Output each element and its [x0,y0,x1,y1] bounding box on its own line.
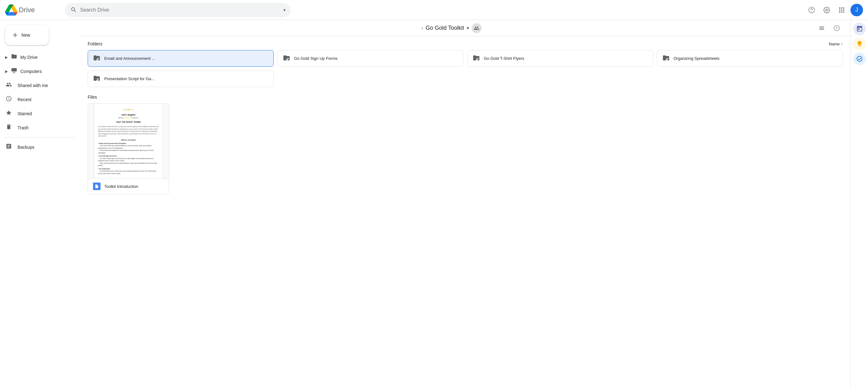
search-bar[interactable]: ▾ [65,3,290,17]
folder-item-signup[interactable]: Go Gold Sign Up Forms [277,50,463,67]
shared-avatar-icon[interactable] [472,23,482,33]
svg-rect-7 [843,9,844,11]
folder-grid: Email and Announcement ... Go Gold Sign … [88,50,843,87]
svg-rect-9 [841,11,842,12]
folder-name: Go Gold T-Shirt Flyers [484,56,524,61]
sort-direction-icon: ↑ [841,42,843,46]
files-label: Files [88,95,97,100]
sidebar-item-recent[interactable]: Recent [0,92,75,106]
calendar-panel-button[interactable] [853,23,866,35]
shared-with-me-icon [5,82,12,89]
file-preview-image: cal's angels Wishes Awareness Research Y… [88,104,169,179]
drive-logo-icon [5,4,18,16]
search-input[interactable] [80,7,280,13]
sidebar-item-label: Recent [18,97,70,102]
folder-name: Go Gold Sign Up Forms [294,56,338,61]
folder-name: Email and Announcement ... [104,56,155,61]
svg-rect-4 [843,7,844,8]
svg-rect-8 [839,11,840,12]
plus-icon: + [12,30,18,40]
files-section-header: Files [88,95,843,100]
info-button[interactable] [830,22,843,34]
settings-button[interactable] [820,4,833,16]
folder-item-tshirt[interactable]: Go Gold T-Shirt Flyers [467,50,653,67]
content-wrapper: › Go Gold Toolkit ▾ Folders [80,20,850,387]
file-preview-toolkit[interactable]: cal's angels Wishes Awareness Research Y… [88,103,169,194]
sidebar-item-label: My Drive [20,55,70,60]
right-panel [850,20,868,387]
recent-icon [5,96,12,103]
computers-icon [10,67,18,75]
sidebar-item-label: Shared with me [18,83,70,88]
svg-rect-6 [841,9,842,11]
list-view-button[interactable] [815,22,828,34]
backups-icon [5,143,12,151]
folder-item-email[interactable]: Email and Announcement ... [88,50,274,67]
sidebar-item-label: Trash [18,125,70,130]
sidebar-item-shared-with-me[interactable]: Shared with me [0,78,75,92]
topbar-right: J [805,4,863,16]
breadcrumb-back-icon[interactable]: › [422,25,423,31]
folder-shared-icon [93,54,100,63]
keep-panel-button[interactable] [853,38,866,50]
sidebar-item-my-drive[interactable]: ▶ My Drive [0,50,75,64]
sidebar-item-label: Backups [18,144,70,150]
breadcrumb-right [815,22,843,34]
file-name: Toolkit Introduction [104,184,138,189]
folder-shared-icon [93,74,100,83]
svg-point-13 [128,109,129,110]
svg-rect-3 [841,7,842,8]
my-drive-arrow-icon: ▶ [5,55,8,60]
sidebar-item-starred[interactable]: Starred [0,106,75,121]
my-drive-folder-icon [10,53,18,61]
folder-shared-icon [472,54,480,63]
svg-rect-5 [839,9,840,11]
folders-label: Folders [88,41,102,46]
breadcrumb-dropdown-icon[interactable]: ▾ [467,25,469,31]
breadcrumb-bar: › Go Gold Toolkit ▾ [80,20,850,36]
folders-section-header: Folders Name ↑ [88,41,843,46]
content-area: Folders Name ↑ Email and Announcement ..… [80,36,850,387]
apps-button[interactable] [835,4,848,16]
logo-area: Drive [5,4,61,16]
sidebar-item-computers[interactable]: ▶ Computers [0,64,75,78]
user-avatar[interactable]: J [850,4,863,16]
folder-name: Presentation Script for Ga... [104,76,154,81]
computers-arrow-icon: ▶ [5,69,8,73]
doc-icon [93,183,100,190]
sort-name-label: Name [829,42,840,46]
svg-point-0 [809,7,814,12]
tasks-panel-button[interactable] [853,53,866,65]
search-dropdown-icon[interactable]: ▾ [283,7,286,12]
folder-shared-icon [662,54,670,63]
svg-rect-2 [839,7,840,8]
folder-name: Organizing Spreadsheets [674,56,720,61]
help-button[interactable] [805,4,818,16]
trash-icon [5,124,12,131]
folder-shared-icon [283,54,290,63]
svg-rect-10 [843,11,844,12]
file-info-bar: Toolkit Introduction [88,179,169,194]
svg-rect-11 [11,68,17,72]
new-button[interactable]: + New [5,25,49,45]
breadcrumb-area: › Go Gold Toolkit ▾ [88,23,815,33]
sidebar-item-backups[interactable]: Backups [0,140,75,154]
sidebar-item-label: Computers [20,69,70,74]
main-layout: + New ▶ My Drive ▶ Computers Shared with… [0,20,868,387]
new-label: New [21,33,30,38]
search-icon [70,6,76,13]
sidebar-item-label: Starred [18,111,70,116]
app-title: Drive [19,6,35,14]
topbar: Drive ▾ J [0,0,868,20]
folder-item-presentation[interactable]: Presentation Script for Ga... [88,70,274,87]
sidebar: + New ▶ My Drive ▶ Computers Shared with… [0,20,80,387]
sidebar-divider [5,137,75,137]
starred-icon [5,109,12,118]
breadcrumb-title: Go Gold Toolkit [426,25,464,31]
sidebar-item-trash[interactable]: Trash [0,121,75,135]
sort-control[interactable]: Name ↑ [829,42,843,46]
folder-item-organizing[interactable]: Organizing Spreadsheets [657,50,843,67]
